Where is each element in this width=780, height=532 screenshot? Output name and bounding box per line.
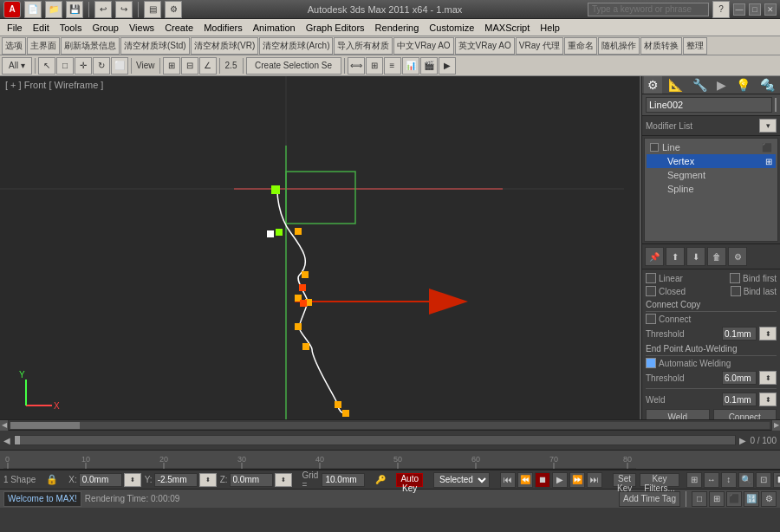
- mod-down-btn[interactable]: ⬇: [686, 247, 705, 266]
- menu-tools[interactable]: Tools: [55, 19, 88, 36]
- mirror-btn[interactable]: ⟺: [348, 57, 365, 75]
- tab-create[interactable]: ⚙: [644, 76, 662, 94]
- z-input[interactable]: [230, 473, 273, 487]
- connect-sub-btn[interactable]: Connect: [713, 409, 777, 419]
- misc2-btn[interactable]: ⚙: [165, 1, 182, 18]
- bind-first-check[interactable]: [730, 273, 740, 283]
- transport-play[interactable]: ▶: [552, 472, 568, 488]
- mini-icon1[interactable]: □: [692, 491, 707, 507]
- mod-config-btn[interactable]: ⚙: [728, 247, 747, 266]
- mod-line[interactable]: Line ⬛: [647, 140, 776, 154]
- scale-btn[interactable]: ⬜: [111, 57, 128, 75]
- menu-maxscript[interactable]: MAXScript: [479, 19, 535, 36]
- x-input[interactable]: [79, 473, 122, 487]
- grid-input[interactable]: [322, 473, 365, 487]
- snap-angle-btn[interactable]: ∠: [199, 57, 217, 75]
- y-spinner[interactable]: ⬍: [199, 473, 217, 487]
- timeline-track[interactable]: [14, 435, 736, 445]
- mat-convert-btn[interactable]: 材质转换: [640, 37, 682, 55]
- open-btn[interactable]: 📁: [45, 1, 62, 18]
- minimize-btn[interactable]: —: [733, 3, 745, 16]
- help-btn[interactable]: ?: [712, 1, 730, 18]
- connect-check[interactable]: [646, 314, 656, 324]
- hscroll-thumb[interactable]: [10, 422, 80, 429]
- create-sel-btn[interactable]: Create Selection Se: [246, 57, 341, 75]
- vp-ctrl1[interactable]: ⊞: [686, 472, 702, 488]
- snap-2d-btn[interactable]: ⊞: [163, 57, 180, 75]
- tab-display[interactable]: 💡: [732, 76, 754, 94]
- mod-segment[interactable]: Segment: [647, 168, 776, 182]
- mod-delete-btn[interactable]: 🗑: [707, 247, 726, 266]
- menu-modifiers[interactable]: Modifiers: [198, 19, 248, 36]
- threshold-spinner[interactable]: ⬍: [759, 327, 777, 341]
- maximize-btn[interactable]: □: [749, 3, 761, 16]
- viewport-hscroll[interactable]: ◀ ▶: [0, 419, 780, 430]
- en-vray-ao-btn[interactable]: 英文VRay AO: [455, 37, 515, 55]
- new-btn[interactable]: 📄: [24, 1, 42, 18]
- menu-graph-editors[interactable]: Graph Editors: [301, 19, 370, 36]
- linear-check[interactable]: [646, 273, 656, 283]
- menu-file[interactable]: File: [2, 19, 28, 36]
- tab-utilities[interactable]: 🔩: [757, 76, 778, 94]
- mod-spline[interactable]: Spline: [647, 182, 776, 196]
- close-btn[interactable]: ✕: [764, 3, 777, 16]
- option-btn[interactable]: 选项: [2, 37, 26, 55]
- menu-help[interactable]: Help: [535, 19, 565, 36]
- rotate-btn[interactable]: ↻: [93, 57, 110, 75]
- mod-vertex[interactable]: Vertex ⊞: [647, 154, 776, 168]
- threshold2-spinner[interactable]: ⬍: [759, 371, 777, 385]
- weld-btn[interactable]: Weld: [646, 409, 710, 419]
- tab-modify[interactable]: 📐: [665, 76, 686, 94]
- select-btn[interactable]: ↖: [38, 57, 55, 75]
- mod-up-btn[interactable]: ⬆: [666, 247, 685, 266]
- transport-end[interactable]: ⏭: [587, 472, 602, 488]
- key-filters-btn[interactable]: Key Filters...: [640, 473, 679, 487]
- menu-group[interactable]: Group: [87, 19, 124, 36]
- selected-dropdown[interactable]: Selected: [433, 472, 490, 488]
- menu-edit[interactable]: Edit: [28, 19, 55, 36]
- hscroll-track[interactable]: [10, 422, 770, 429]
- threshold-input[interactable]: [722, 327, 757, 341]
- graph-btn[interactable]: 📊: [402, 57, 419, 75]
- vp-ctrl4[interactable]: 🔍: [738, 472, 754, 488]
- menu-views[interactable]: Views: [124, 19, 159, 36]
- search-input[interactable]: [588, 3, 709, 16]
- autoweld-check[interactable]: [646, 358, 656, 368]
- transport-start[interactable]: ⏮: [500, 472, 516, 488]
- import-mat-btn[interactable]: 导入所有材质: [334, 37, 393, 55]
- add-time-tag-btn[interactable]: Add Time Tag: [619, 491, 680, 507]
- tl-left-arrow[interactable]: ◀: [3, 436, 10, 445]
- misc1-btn[interactable]: ▤: [144, 1, 161, 18]
- mini-icon5[interactable]: ⚙: [761, 491, 777, 507]
- move-btn[interactable]: ✛: [75, 57, 92, 75]
- tl-position-thumb[interactable]: [15, 436, 20, 444]
- tab-hierarchy[interactable]: 🔧: [689, 76, 711, 94]
- object-name-input[interactable]: [646, 97, 772, 113]
- menu-rendering[interactable]: Rendering: [370, 19, 425, 36]
- layer-btn[interactable]: ≡: [384, 57, 401, 75]
- weld-spinner[interactable]: ⬍: [759, 393, 777, 406]
- organize-btn[interactable]: 整理: [683, 37, 707, 55]
- undo-btn[interactable]: ↩: [94, 1, 112, 18]
- render2-btn[interactable]: ▶: [439, 57, 456, 75]
- menu-animation[interactable]: Animation: [248, 19, 301, 36]
- modifier-list-dropdown[interactable]: ▾: [759, 119, 777, 133]
- select-filter[interactable]: All ▾: [2, 57, 32, 75]
- viewport[interactable]: [ + ] Front [ Wireframe ]: [0, 76, 641, 419]
- random-op-btn[interactable]: 随机操作: [598, 37, 640, 55]
- clear-std-btn[interactable]: 清空材质球(Std): [120, 37, 190, 55]
- render-btn[interactable]: 🎬: [420, 57, 438, 75]
- rename-btn[interactable]: 重命名: [564, 37, 597, 55]
- cn-vray-ao-btn[interactable]: 中文VRay AO: [393, 37, 453, 55]
- clear-vr-btn[interactable]: 清空材质球(VR): [191, 37, 259, 55]
- scroll-left-btn[interactable]: ◀: [0, 420, 9, 431]
- transport-prev[interactable]: ⏪: [517, 472, 533, 488]
- vp-ctrl2[interactable]: ↔: [704, 472, 719, 488]
- tab-motion[interactable]: ▶: [713, 76, 730, 94]
- z-spinner[interactable]: ⬍: [275, 473, 292, 487]
- transport-next[interactable]: ⏩: [569, 472, 585, 488]
- x-spinner[interactable]: ⬍: [124, 473, 141, 487]
- refresh-scene-btn[interactable]: 刷新场景信息: [61, 37, 120, 55]
- closed-check[interactable]: [646, 286, 656, 296]
- clear-arch-btn[interactable]: 清空材质球(Arch): [259, 37, 333, 55]
